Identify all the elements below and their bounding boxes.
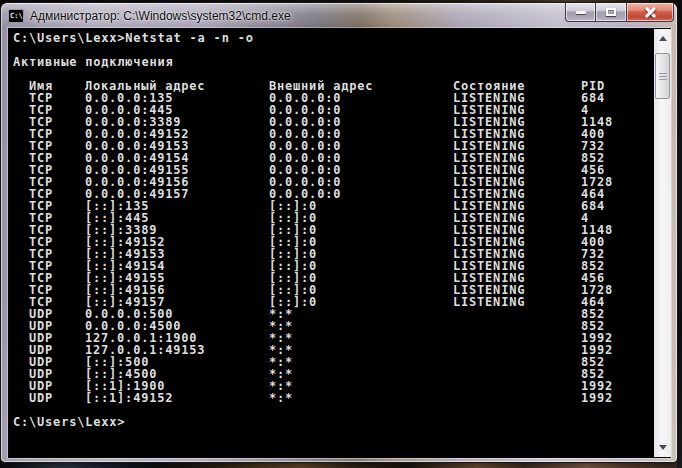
cell-protocol: UDP [29, 392, 53, 404]
section-title: Активные подключения [13, 56, 654, 68]
prompt-line: C:\Users\Lexx> [13, 416, 654, 428]
minimize-icon [576, 11, 586, 14]
desktop-wallpaper [0, 461, 682, 468]
cell-local-address: [::1]:49152 [85, 392, 173, 404]
maximize-icon [606, 8, 616, 16]
console-output[interactable]: C:\Users\Lexx>Netstat -a -n -o Активные … [9, 29, 654, 457]
cell-pid: 1992 [581, 392, 613, 404]
minimize-button[interactable] [565, 3, 596, 22]
scrollbar-thumb[interactable] [655, 53, 670, 99]
console-client-area: C:\Users\Lexx>Netstat -a -n -o Активные … [8, 28, 671, 458]
cell-foreign-address: *:* [269, 392, 293, 404]
cell-state: LISTENING [453, 296, 525, 308]
scroll-up-button[interactable] [654, 30, 671, 46]
desktop-wallpaper [677, 0, 682, 468]
thumb-grip-icon [659, 73, 667, 80]
desktop: C:\ Администратор: C:\Windows\system32\c… [0, 0, 682, 468]
close-icon [644, 6, 657, 19]
maximize-button[interactable] [596, 3, 627, 22]
table-rows: TCP0.0.0.0:1350.0.0.0:0LISTENING684TCP0.… [13, 92, 654, 404]
arrow-down-icon [659, 445, 667, 450]
title-bar[interactable]: C:\ Администратор: C:\Windows\system32\c… [1, 3, 677, 28]
table-row: UDP[::1]:49152*:*1992 [13, 392, 654, 404]
command-line: C:\Users\Lexx>Netstat -a -n -o [13, 32, 654, 44]
close-button[interactable] [627, 3, 674, 22]
scrollbar[interactable] [654, 29, 671, 457]
arrow-up-icon [659, 36, 667, 41]
window-controls [565, 3, 674, 22]
scroll-down-button[interactable] [654, 439, 671, 455]
window-title: Администратор: C:\Windows\system32\cmd.e… [30, 9, 291, 23]
cmd-window: C:\ Администратор: C:\Windows\system32\c… [1, 3, 677, 462]
cmd-icon[interactable]: C:\ [8, 9, 24, 23]
